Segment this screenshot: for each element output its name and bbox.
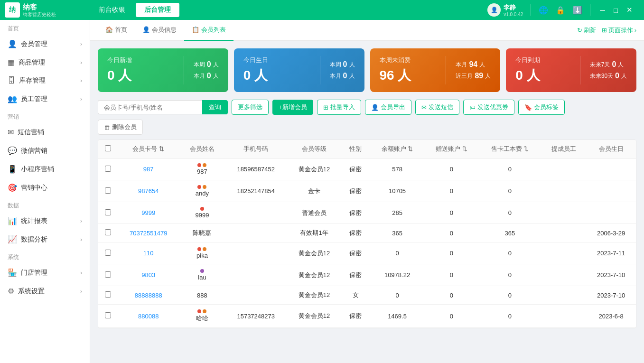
member-card-link[interactable]: 110 bbox=[143, 250, 154, 257]
member-gift: 0 bbox=[424, 305, 478, 328]
sidebar-item-sms[interactable]: ✉ 短信营销 bbox=[0, 123, 90, 141]
member-name: pika bbox=[196, 252, 208, 259]
tab-home-label: 首页 bbox=[115, 26, 127, 34]
member-avatar-dots bbox=[197, 247, 206, 251]
row-checkbox[interactable] bbox=[105, 187, 111, 194]
row-checkbox[interactable] bbox=[105, 250, 111, 256]
stat-expire-value: 0 人 bbox=[515, 66, 570, 84]
member-dot bbox=[197, 185, 201, 189]
member-card-link[interactable]: 9999 bbox=[141, 209, 155, 216]
member-name: andy bbox=[196, 190, 209, 197]
member-gift: 0 bbox=[424, 224, 478, 242]
refresh-icon: ↻ bbox=[577, 27, 582, 34]
sidebar-item-analysis[interactable]: 📈 数据分析 › bbox=[0, 230, 90, 249]
table-row: 88888888888黄金会员12女0002023-7-10 bbox=[98, 286, 636, 305]
row-checkbox[interactable] bbox=[105, 209, 111, 215]
member-card-link[interactable]: 88888888 bbox=[135, 292, 162, 299]
add-member-btn[interactable]: +新增会员 bbox=[272, 100, 313, 115]
th-balance: 余额账户 ⇅ bbox=[370, 140, 424, 158]
table-row: 880088哈哈15737248273黄金会员12保密1469.5002023-… bbox=[98, 305, 636, 328]
row-checkbox[interactable] bbox=[105, 291, 111, 298]
stats-row: 今日新增 0 人 本周 0 人 本月 0 人 bbox=[98, 48, 636, 92]
table-row: 9803lau黄金会员12保密10978.22002023-7-10 bbox=[98, 264, 636, 286]
sms-icon: ✉ bbox=[8, 128, 14, 137]
member-level: 金卡 bbox=[287, 180, 341, 202]
sidebar-item-member[interactable]: 👤 会员管理 › bbox=[0, 35, 90, 53]
download-icon[interactable]: ⬇️ bbox=[573, 6, 582, 15]
sidebar-label-mini: 小程序营销 bbox=[21, 165, 54, 174]
minimize-btn[interactable]: ─ bbox=[598, 6, 607, 14]
nav-backend-btn[interactable]: 后台管理 bbox=[136, 3, 179, 17]
member-balance: 10978.22 bbox=[370, 264, 424, 286]
member-referrer bbox=[541, 264, 586, 286]
member-phone: 15737248273 bbox=[225, 305, 287, 328]
page-content: 今日新增 0 人 本周 0 人 本月 0 人 bbox=[90, 41, 644, 363]
member-card-link[interactable]: 987 bbox=[143, 166, 154, 173]
sidebar-item-report[interactable]: 📊 统计报表 › bbox=[0, 212, 90, 230]
member-card-cost: 0 bbox=[479, 242, 541, 264]
member-level: 黄金会员12 bbox=[287, 286, 341, 305]
sidebar-item-market[interactable]: 🎯 营销中心 bbox=[0, 178, 90, 197]
member-card-link[interactable]: 70372551479 bbox=[130, 230, 168, 237]
export-btn[interactable]: 👤 会员导出 bbox=[365, 100, 411, 115]
row-checkbox[interactable] bbox=[105, 271, 111, 278]
member-card-link[interactable]: 987654 bbox=[138, 187, 159, 195]
import-btn[interactable]: ⊞ 批量导入 bbox=[317, 100, 361, 115]
sidebar-item-inventory[interactable]: 🗄 库存管理 › bbox=[0, 72, 90, 90]
tab-home[interactable]: 🏠 首页 bbox=[98, 20, 135, 41]
tag-btn[interactable]: 🔖 会员标签 bbox=[518, 100, 565, 115]
filter-btn[interactable]: 更多筛选 bbox=[232, 100, 269, 115]
select-all-checkbox[interactable] bbox=[105, 145, 111, 151]
logo-icon: 纳 bbox=[5, 2, 20, 18]
member-dot bbox=[203, 163, 206, 167]
coupon-btn[interactable]: 🏷 发送优惠券 bbox=[463, 100, 514, 115]
row-checkbox[interactable] bbox=[105, 166, 111, 172]
sidebar-section-marketing: 营销 bbox=[0, 108, 90, 123]
sidebar-section-data: 数据 bbox=[0, 197, 90, 212]
tab-member-info[interactable]: 👤 会员信息 bbox=[135, 20, 184, 41]
sidebar-item-settings[interactable]: ⚙ 系统设置 › bbox=[0, 282, 90, 300]
sidebar-label-settings: 系统设置 bbox=[18, 287, 45, 296]
close-btn[interactable]: ✕ bbox=[625, 6, 635, 14]
refresh-btn[interactable]: ↻ 刷新 bbox=[577, 26, 596, 35]
home-icon: 🏠 bbox=[105, 26, 113, 33]
tab-member-list[interactable]: 📋 会员列表 bbox=[184, 20, 233, 41]
th-name: 会员姓名 bbox=[179, 140, 224, 158]
sidebar-item-product[interactable]: ▦ 商品管理 › bbox=[0, 53, 90, 72]
member-card-link[interactable]: 9803 bbox=[141, 271, 155, 279]
sidebar-item-mini[interactable]: 📱 小程序营销 bbox=[0, 160, 90, 178]
maximize-btn[interactable]: □ bbox=[612, 6, 620, 14]
chevron-icon-staff: › bbox=[80, 96, 82, 102]
window-controls: ─ □ ✕ bbox=[598, 6, 635, 14]
sidebar-label-inventory: 库存管理 bbox=[19, 76, 46, 85]
th-card-no: 会员卡号 ⇅ bbox=[117, 140, 179, 158]
tabs: 🏠 首页 👤 会员信息 📋 会员列表 bbox=[98, 20, 233, 41]
nav-frontend-btn[interactable]: 前台收银 bbox=[90, 3, 134, 17]
row-checkbox[interactable] bbox=[105, 229, 111, 235]
page-op-btn[interactable]: ⊞ 页面操作 › bbox=[602, 26, 636, 35]
sidebar-item-store[interactable]: 🏪 门店管理 › bbox=[0, 263, 90, 282]
search-input[interactable] bbox=[98, 100, 202, 114]
tab-member-info-label: 会员信息 bbox=[152, 26, 177, 34]
member-card-cost: 0 bbox=[479, 180, 541, 202]
chevron-icon-product: › bbox=[80, 59, 82, 66]
member-birthday bbox=[586, 202, 636, 224]
member-level: 黄金会员12 bbox=[287, 305, 341, 328]
stat-no-consume: 本周未消费 96 人 本月 94 人 近三月 89 人 bbox=[370, 48, 501, 92]
member-name-cell: 987 bbox=[184, 163, 220, 175]
row-checkbox[interactable] bbox=[105, 312, 111, 318]
logo: 纳 纳客 纳客营店史轻松 bbox=[0, 2, 90, 18]
table-row: 987654andy18252147854金卡保密1070500 bbox=[98, 180, 636, 202]
sidebar-item-wechat[interactable]: 💬 微信营销 bbox=[0, 141, 90, 160]
member-name-cell: pika bbox=[184, 247, 220, 259]
globe-icon[interactable]: 🌐 bbox=[539, 6, 548, 15]
export-icon: 👤 bbox=[371, 104, 379, 111]
lock-icon[interactable]: 🔒 bbox=[556, 6, 565, 15]
delete-member-btn[interactable]: 🗑 删除会员 bbox=[98, 120, 143, 135]
member-card-link[interactable]: 880088 bbox=[138, 313, 159, 320]
sms-btn[interactable]: ✉ 发送短信 bbox=[415, 100, 459, 115]
member-referrer bbox=[541, 202, 586, 224]
search-button[interactable]: 查询 bbox=[202, 100, 228, 114]
sidebar-item-staff[interactable]: 👥 员工管理 › bbox=[0, 90, 90, 108]
member-phone: 18252147854 bbox=[225, 180, 287, 202]
